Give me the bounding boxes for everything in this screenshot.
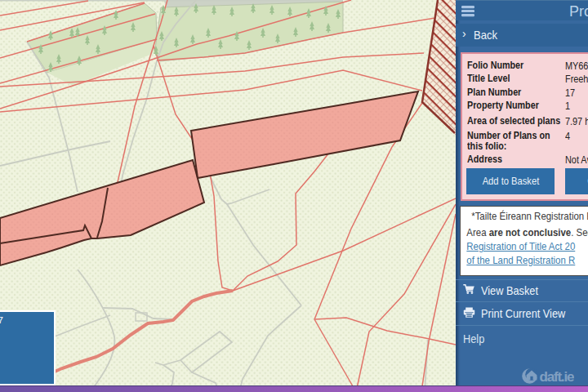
svg-text:daft.ie: daft.ie [540, 369, 574, 385]
svg-text:7: 7 [0, 315, 3, 325]
